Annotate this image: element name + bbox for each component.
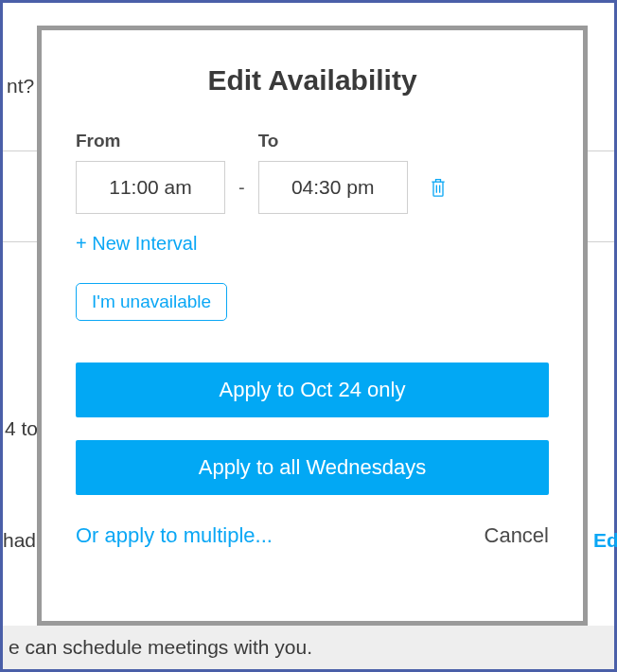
interval-dash: -	[238, 177, 245, 214]
app-frame: nt? 4 to had Ed e can schedule meetings …	[0, 0, 617, 672]
from-column: From	[76, 131, 225, 214]
bg-text-fragment: nt?	[7, 75, 34, 97]
bg-text-fragment: 4 to	[5, 417, 38, 440]
from-label: From	[76, 131, 225, 151]
new-interval-link[interactable]: + New Interval	[76, 233, 197, 255]
modal-footer-row: Or apply to multiple... Cancel	[76, 523, 549, 548]
apply-recurring-button[interactable]: Apply to all Wednesdays	[76, 440, 549, 495]
delete-interval-button[interactable]	[427, 174, 450, 201]
to-column: To	[258, 131, 408, 214]
bg-text-fragment: had	[3, 529, 36, 552]
bg-edit-link-fragment[interactable]: Ed	[593, 529, 617, 552]
apply-single-date-button[interactable]: Apply to Oct 24 only	[76, 363, 549, 417]
cancel-button[interactable]: Cancel	[485, 523, 549, 548]
apply-multiple-link[interactable]: Or apply to multiple...	[76, 523, 273, 548]
to-time-input[interactable]	[258, 161, 408, 214]
apply-button-group: Apply to Oct 24 only Apply to all Wednes…	[76, 363, 549, 495]
unavailable-button[interactable]: I'm unavailable	[76, 283, 227, 321]
time-interval-row: From - To	[76, 131, 549, 214]
to-label: To	[258, 131, 408, 151]
modal-title: Edit Availability	[76, 64, 549, 97]
trash-icon	[429, 176, 448, 199]
from-time-input[interactable]	[76, 161, 225, 214]
bg-footer-band: e can schedule meetings with you.	[3, 626, 614, 669]
edit-availability-modal: Edit Availability From - To +	[37, 26, 588, 626]
bg-footer-text: e can schedule meetings with you.	[9, 636, 312, 659]
